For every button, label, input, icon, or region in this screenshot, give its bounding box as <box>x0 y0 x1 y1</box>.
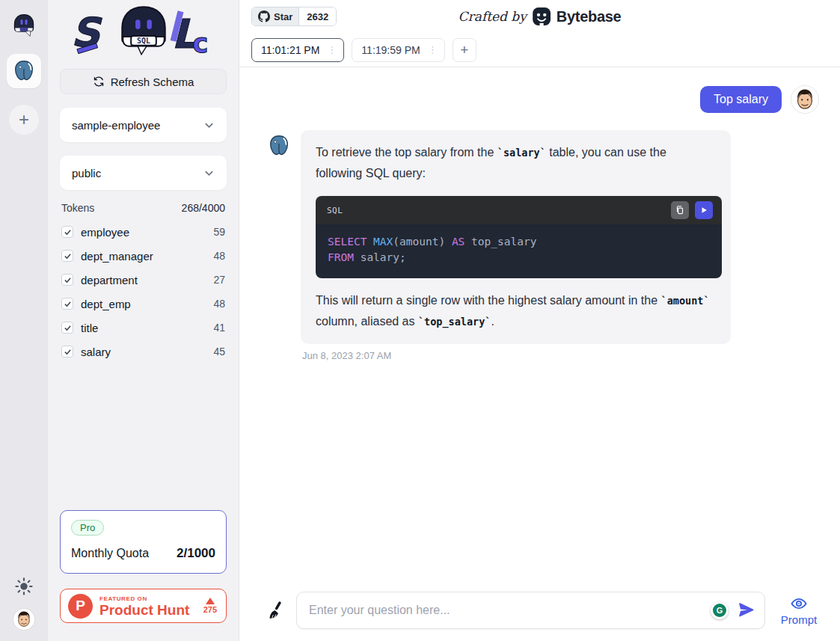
table-row[interactable]: title 41 <box>60 316 227 340</box>
sql-code-block: SQL SELECT MAX(amount) AS top_salary FRO… <box>316 196 722 278</box>
table-token-count: 48 <box>213 250 225 262</box>
github-icon <box>258 10 270 22</box>
play-icon <box>699 206 708 215</box>
assistant-message-row: To retrieve the top salary from the `sal… <box>266 130 819 344</box>
table-row[interactable]: department 27 <box>60 268 227 292</box>
chat-scroll-area[interactable]: Top salary <box>239 67 840 583</box>
upvote-triangle-icon <box>206 598 215 604</box>
tokens-label: Tokens <box>61 202 94 214</box>
table-token-count: 59 <box>213 226 225 238</box>
database-select-value: sample-employee <box>72 119 160 132</box>
table-name: dept_manager <box>81 250 153 263</box>
bytebase-brand-name: Bytebase <box>557 8 622 25</box>
github-star-label: Star <box>274 11 292 22</box>
github-star-button[interactable]: Star 2632 <box>251 7 337 26</box>
conversation-tab-label: 11:19:59 PM <box>361 44 420 56</box>
conversation-tab[interactable]: 11:19:59 PM ⋮ <box>352 38 444 62</box>
inline-code: `salary` <box>497 147 546 159</box>
table-checkbox[interactable] <box>61 298 73 310</box>
pro-badge: Pro <box>71 520 104 536</box>
conversation-tab[interactable]: 11:01:21 PM ⋮ <box>251 38 344 62</box>
table-token-count: 48 <box>213 298 225 310</box>
product-hunt-badge[interactable]: P FEATURED ON Product Hunt 275 <box>60 589 227 623</box>
table-row[interactable]: dept_emp 48 <box>60 292 227 316</box>
product-hunt-votes: 275 <box>203 598 217 614</box>
github-star-count: 2632 <box>298 7 336 25</box>
main-header: Star 2632 Crafted by Bytebase <box>239 0 840 33</box>
tab-menu-icon[interactable]: ⋮ <box>325 44 339 55</box>
table-checkbox[interactable] <box>61 322 73 334</box>
product-hunt-kicker: FEATURED ON <box>99 595 189 602</box>
code-block-body: SELECT MAX(amount) AS top_salary FROM sa… <box>316 224 722 278</box>
crafted-by-text: Crafted by <box>459 9 527 24</box>
table-name: dept_emp <box>81 298 131 310</box>
copy-icon <box>675 205 685 215</box>
new-conversation-button[interactable]: + <box>453 38 476 62</box>
prompt-button[interactable]: Prompt <box>776 595 822 626</box>
table-row[interactable]: salary 45 <box>60 340 227 364</box>
account-avatar[interactable] <box>13 608 35 631</box>
table-list: employee 59 dept_manager 48 department 2… <box>60 220 227 364</box>
send-button[interactable] <box>736 601 755 620</box>
table-checkbox[interactable] <box>61 250 73 262</box>
refresh-schema-label: Refresh Schema <box>111 76 194 88</box>
table-name: department <box>81 274 138 286</box>
product-hunt-vote-count: 275 <box>203 605 217 614</box>
run-query-button[interactable] <box>695 201 713 219</box>
bytebase-logo-icon <box>532 7 551 26</box>
schema-select[interactable]: public <box>60 156 227 190</box>
schema-sidebar: S SQL L c Refresh Schema sample-employee <box>48 0 239 641</box>
table-name: salary <box>81 346 111 358</box>
user-message-row: Top salary <box>266 85 819 114</box>
question-input[interactable] <box>309 604 703 617</box>
conversation-tab-label: 11:01:21 PM <box>261 44 319 56</box>
question-input-wrap: G <box>296 592 765 629</box>
send-icon <box>737 601 755 619</box>
sqlchat-logo: S SQL L c <box>70 4 218 58</box>
connection-postgres[interactable] <box>7 54 41 88</box>
table-row[interactable]: employee 59 <box>60 220 227 244</box>
table-token-count: 27 <box>213 274 225 286</box>
main-area: Star 2632 Crafted by Bytebase 11:01:21 P… <box>239 0 840 641</box>
product-hunt-logo: P <box>68 594 93 619</box>
eye-icon <box>790 595 808 613</box>
user-message-bubble: Top salary <box>700 86 782 113</box>
table-name: title <box>81 322 98 334</box>
table-row[interactable]: dept_manager 48 <box>60 244 227 268</box>
product-hunt-name: Product Hunt <box>99 603 189 617</box>
theme-toggle-sun-icon[interactable] <box>14 577 34 596</box>
table-checkbox[interactable] <box>61 226 73 238</box>
conversation-tabs: 11:01:21 PM ⋮ 11:19:59 PM ⋮ + <box>239 33 840 67</box>
grammarly-icon[interactable]: G <box>711 601 729 619</box>
table-name: employee <box>81 226 129 239</box>
message-timestamp: Jun 8, 2023 2:07 AM <box>302 350 819 361</box>
code-block-header: SQL <box>316 196 722 224</box>
tokens-summary: Tokens 268/4000 <box>61 202 225 214</box>
table-checkbox[interactable] <box>61 274 73 286</box>
sidebar-spacer <box>60 364 227 510</box>
connection-rail: + <box>0 0 48 641</box>
tokens-value: 268/4000 <box>182 202 225 214</box>
crafted-by[interactable]: Crafted by Bytebase <box>459 7 622 26</box>
quota-label: Monthly Quota <box>71 547 149 560</box>
add-connection-button[interactable]: + <box>9 105 39 135</box>
assistant-message-bubble: To retrieve the top salary from the `sal… <box>301 130 731 344</box>
chevron-down-icon <box>203 168 215 179</box>
refresh-icon <box>93 76 105 88</box>
postgresql-avatar-icon <box>266 133 292 159</box>
refresh-schema-button[interactable]: Refresh Schema <box>60 69 227 94</box>
chevron-down-icon <box>203 120 215 131</box>
assistant-paragraph: This will return a single row with the h… <box>316 290 716 332</box>
database-select[interactable]: sample-employee <box>60 108 227 142</box>
table-checkbox[interactable] <box>61 346 73 358</box>
table-token-count: 45 <box>213 346 225 358</box>
copy-code-button[interactable] <box>671 201 689 219</box>
svg-text:SQL: SQL <box>137 37 150 45</box>
quota-value: 2/1000 <box>177 546 215 561</box>
schema-select-value: public <box>72 167 101 180</box>
user-avatar <box>791 85 819 114</box>
clear-conversation-broom-icon[interactable] <box>266 601 286 620</box>
postgresql-icon <box>11 58 37 84</box>
tab-menu-icon[interactable]: ⋮ <box>426 44 440 55</box>
table-token-count: 41 <box>213 322 225 334</box>
